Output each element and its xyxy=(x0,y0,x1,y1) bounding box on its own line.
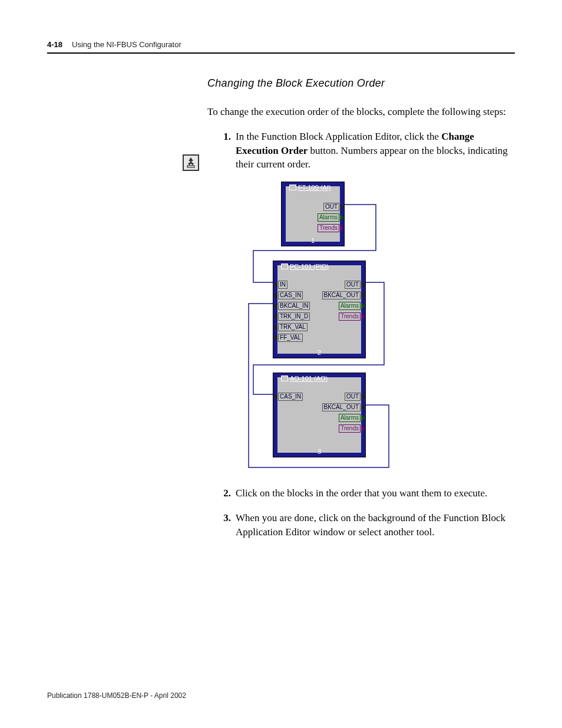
pin-ft100-trends: Trends xyxy=(318,224,344,232)
page-header: 4-18 Using the NI-FBUS Configurator xyxy=(47,40,515,54)
block-pc101-order: 2 xyxy=(318,349,321,356)
pin-pc101-trkind: TRK_IN_D xyxy=(273,312,310,321)
block-diagram: FT-100 (AI) OUT Alarms Trends 1 PC-101 (… xyxy=(245,182,514,472)
pin-ft100-out: OUT xyxy=(323,203,344,211)
pin-pc101-casin: CAS_IN xyxy=(273,291,303,299)
svg-rect-1 xyxy=(187,166,194,167)
block-ao101-title: AO-101 (AO) xyxy=(290,375,328,382)
block-pc101-title: PC-101 (PID) xyxy=(290,263,329,270)
pin-pc101-trkval: TRK_VAL xyxy=(273,323,308,331)
pin-pc101-in: IN xyxy=(273,281,287,289)
block-ft100: FT-100 (AI) OUT Alarms Trends 1 xyxy=(282,182,344,246)
pin-ao101-bkcalout: BKCAL_OUT xyxy=(322,403,365,411)
block-pc101: PC-101 (PID) IN CAS_IN BKCAL_IN TRK_IN_D… xyxy=(273,261,365,358)
pin-pc101-ffval: FF_VAL xyxy=(273,334,303,342)
pin-pc101-trends: Trends xyxy=(339,312,365,321)
svg-marker-0 xyxy=(188,157,194,165)
pin-pc101-bkcalin: BKCAL_IN xyxy=(273,302,310,310)
block-ao101: AO-101 (AO) CAS_IN OUT BKCAL_OUT Alarms … xyxy=(273,373,365,457)
step-list: 1. In the Function Block Application Edi… xyxy=(217,130,514,539)
pin-pc101-alarms: Alarms xyxy=(339,302,365,310)
step-3-text: When you are done, click on the backgrou… xyxy=(236,511,514,539)
intro-paragraph: To change the execution order of the blo… xyxy=(207,105,514,119)
step-2-text: Click on the blocks in the order that yo… xyxy=(236,486,514,500)
block-ao101-order: 3 xyxy=(318,448,321,455)
publication-footer: Publication 1788-UM052B-EN-P - April 200… xyxy=(47,691,186,700)
chapter-title: Using the NI-FBUS Configurator xyxy=(72,40,181,49)
step-1-text-a: In the Function Block Application Editor… xyxy=(236,131,441,142)
page-number: 4-18 xyxy=(47,40,62,49)
pin-pc101-out: OUT xyxy=(345,281,365,289)
pin-ao101-alarms: Alarms xyxy=(339,414,365,422)
pin-ao101-out: OUT xyxy=(345,393,365,401)
step-3: 3. When you are done, click on the backg… xyxy=(217,511,514,539)
pin-ao101-trends: Trends xyxy=(339,424,365,433)
pin-pc101-bkcalout: BKCAL_OUT xyxy=(322,291,365,299)
section-heading: Changing the Block Execution Order xyxy=(207,77,514,90)
step-1: 1. In the Function Block Application Edi… xyxy=(217,130,514,172)
change-execution-order-icon xyxy=(183,154,199,171)
block-ft100-order: 1 xyxy=(311,237,315,244)
step-2: 2. Click on the blocks in the order that… xyxy=(217,486,514,500)
pin-ft100-alarms: Alarms xyxy=(318,213,344,222)
pin-ao101-casin: CAS_IN xyxy=(273,393,303,401)
block-ft100-title: FT-100 (AI) xyxy=(298,184,331,191)
